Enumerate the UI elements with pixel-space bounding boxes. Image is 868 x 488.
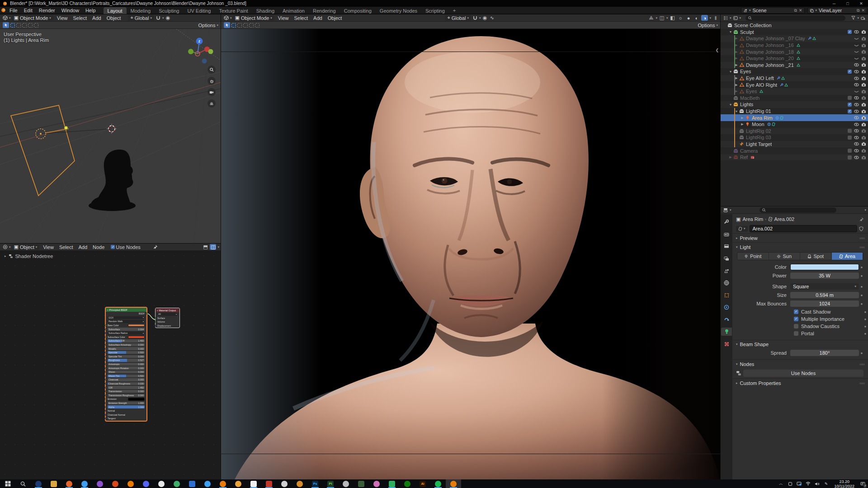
max-bounces-slider[interactable]: 1024 [790, 300, 859, 307]
expand-arrow-icon[interactable]: ▶ [734, 56, 739, 60]
zoom-tool-icon[interactable] [208, 66, 216, 74]
animate-dot[interactable]: ● [859, 274, 864, 278]
light-type-sun[interactable]: Sun [769, 253, 801, 260]
bsdf-subsurface-ior[interactable]: Subsurface IOR1.400 [106, 339, 146, 343]
bsdf-metallic[interactable]: Metallic0.000 [106, 347, 146, 351]
menu-help[interactable]: Help [82, 8, 99, 13]
spread-slider[interactable]: 180° [790, 350, 859, 356]
shader-editor-icon[interactable] [2, 244, 8, 250]
minimize-button[interactable]: ─ [827, 0, 841, 7]
proportional-falloff-icon[interactable]: ∿ [489, 15, 495, 21]
bsdf-anisotropic[interactable]: Anisotropic0.000 [106, 362, 146, 366]
tab-rendering[interactable]: Rendering [309, 7, 340, 14]
gizmo-z-label[interactable]: Z [196, 38, 203, 44]
visibility-eye-icon[interactable] [854, 43, 859, 47]
outliner-row[interactable]: MacBeth [721, 95, 868, 102]
render-visibility-camera-icon[interactable] [861, 149, 866, 153]
shading-rendered-icon[interactable]: ◑ [701, 15, 708, 21]
render-visibility-camera-icon[interactable] [861, 89, 866, 94]
bsdf-normal[interactable]: Normal [106, 409, 146, 413]
material-output-node[interactable]: ▾Material Output All▾SurfaceVolumeDispla… [155, 308, 180, 328]
bsdf-clearcoat[interactable]: Clearcoat0.000 [106, 378, 146, 382]
portal-checkbox[interactable] [794, 331, 798, 336]
proportional-edit-icon[interactable]: ◉ [165, 15, 171, 21]
breadcrumb-data[interactable]: Area.002 [774, 216, 795, 222]
visibility-eye-icon[interactable] [854, 136, 859, 140]
outliner-row[interactable]: LightRig 03 [721, 134, 868, 141]
bsdf-ggx[interactable]: GGX▾ [106, 316, 146, 320]
outliner-row[interactable]: ▼Lights✓ [721, 101, 868, 108]
animate-dot[interactable]: ● [863, 332, 868, 336]
bsdf-clearcoat-normal[interactable]: Clearcoat Normal [106, 413, 146, 417]
scene-delete-icon[interactable]: ✕ [799, 8, 802, 13]
menu-select[interactable]: Select [57, 244, 76, 250]
render-visibility-camera-icon[interactable] [861, 37, 866, 41]
outliner-row[interactable]: ▶Dwayne Johnson _07 Clay [721, 35, 868, 42]
taskbar-spotify-icon[interactable] [430, 479, 446, 488]
maximize-button[interactable]: □ [841, 0, 854, 7]
select-mode-circle[interactable] [243, 23, 248, 28]
pan-tool-icon[interactable] [208, 77, 216, 85]
properties-tab-texture[interactable] [721, 340, 732, 348]
tab-layout[interactable]: Layout [104, 7, 127, 14]
size-slider[interactable]: 0.594 m [790, 292, 859, 298]
bsdf-sheen[interactable]: Sheen0.000 [106, 370, 146, 374]
tab-texture-paint[interactable]: Texture Paint [215, 7, 252, 14]
menu-select[interactable]: Select [291, 15, 311, 21]
select-mode-tweak[interactable] [231, 23, 236, 28]
collection-checkbox[interactable]: ✓ [848, 109, 852, 113]
output-displacement[interactable]: Displacement [156, 324, 179, 328]
properties-tab-scene[interactable] [721, 267, 732, 275]
bsdf-transmission[interactable]: Transmission0.000 [106, 389, 146, 394]
proportional-edit-icon[interactable]: ◉ [481, 15, 488, 21]
taskbar-mountain-icon[interactable] [154, 479, 169, 488]
use-nodes-button[interactable]: Use Nodes [743, 370, 863, 377]
taskbar-vlc-icon[interactable] [123, 479, 138, 488]
tab-geometry-nodes[interactable]: Geometry Nodes [376, 7, 421, 14]
viewlayer-delete-icon[interactable]: ✕ [861, 8, 865, 13]
perspective-toggle-icon[interactable] [208, 99, 216, 108]
gizmos-icon[interactable]: ⟁ [648, 15, 654, 21]
properties-tab-world[interactable] [721, 279, 732, 287]
tray-chevron-icon[interactable]: ︿ [778, 480, 785, 488]
light-panel-header[interactable]: ▾Light══ [732, 243, 868, 251]
options-dropdown[interactable]: Options▾ [198, 23, 218, 28]
render-visibility-camera-icon[interactable] [861, 30, 866, 34]
select-mode-lasso[interactable] [28, 23, 33, 28]
visibility-eye-icon[interactable] [854, 63, 859, 67]
bsdf-specular-tint[interactable]: Specular Tint0.000 [106, 355, 146, 359]
scene-selector[interactable]: ▾ Scene ⧉ ✕ [741, 7, 805, 14]
render-visibility-camera-icon[interactable] [861, 96, 866, 100]
visibility-eye-icon[interactable] [854, 142, 859, 146]
display-icon[interactable] [796, 480, 803, 488]
id-type-icon[interactable]: ▾ [736, 226, 748, 232]
animate-dot[interactable]: ● [859, 351, 864, 355]
render-visibility-camera-icon[interactable] [861, 155, 866, 160]
render-canvas[interactable]: ❮ [221, 29, 721, 479]
outliner-row[interactable]: ▶Dwayne Johnson _18 [721, 48, 868, 55]
outliner-row[interactable]: ▶Dwayne Johnson _21 [721, 62, 868, 69]
select-mode-box[interactable] [16, 23, 21, 28]
visibility-eye-icon[interactable] [854, 103, 859, 107]
visibility-eye-icon[interactable] [854, 83, 859, 87]
visibility-eye-icon[interactable] [854, 96, 859, 100]
mode-dropdown[interactable]: ▣ Object Mode▾ [12, 15, 53, 21]
output-volume[interactable]: Volume [156, 320, 179, 324]
multiple-importance-checkbox[interactable]: ✓ [794, 317, 798, 321]
tab-scripting[interactable]: Scripting [421, 7, 449, 14]
outliner-row[interactable]: Light Target [721, 141, 868, 148]
custom-properties-panel-header[interactable]: ▸Custom Properties══ [732, 379, 868, 387]
color-swatch[interactable] [790, 264, 859, 270]
outliner-row[interactable]: ▶Moon [721, 121, 868, 128]
output-surface[interactable]: Surface [156, 316, 179, 320]
outliner-row[interactable]: ▼Eyes✓ [721, 68, 868, 75]
taskbar-maps-pin-icon[interactable] [200, 479, 215, 488]
menu-view[interactable]: View [40, 244, 57, 250]
render-visibility-camera-icon[interactable] [861, 83, 866, 87]
collection-checkbox[interactable] [848, 155, 852, 160]
visibility-eye-icon[interactable] [854, 50, 859, 54]
expand-arrow-icon[interactable]: ▼ [728, 30, 733, 33]
display-mode-icon[interactable] [732, 15, 739, 21]
visibility-eye-icon[interactable] [854, 155, 859, 160]
taskbar-equalizer-icon[interactable] [184, 479, 200, 488]
